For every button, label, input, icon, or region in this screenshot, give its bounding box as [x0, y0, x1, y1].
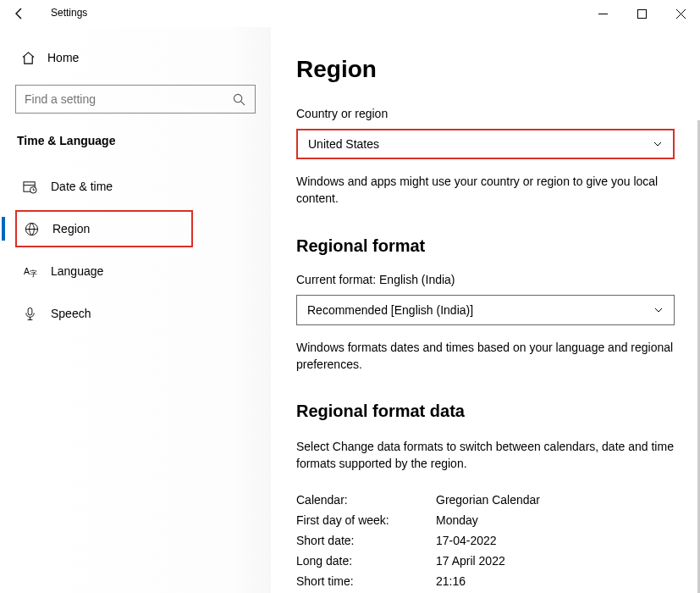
maximize-icon — [637, 9, 647, 19]
search-input[interactable] — [25, 92, 231, 106]
main-content: Region Country or region United States W… — [271, 27, 700, 593]
regional-format-heading: Regional format — [296, 236, 675, 256]
svg-rect-1 — [637, 9, 646, 18]
row-shorttime: Short time:21:16 — [296, 574, 675, 588]
svg-point-2 — [234, 94, 241, 102]
row-value: Monday — [436, 513, 478, 527]
sidebar-item-region[interactable]: Region — [15, 210, 193, 247]
svg-line-3 — [240, 101, 244, 104]
format-select[interactable]: Recommended [English (India)] — [296, 295, 675, 325]
sidebar: Home Time & Language Date & time Reg — [0, 27, 271, 593]
sidebar-item-language[interactable]: A字 Language — [15, 252, 256, 290]
titlebar: Settings — [0, 0, 700, 27]
row-calendar: Calendar:Gregorian Calendar — [296, 493, 675, 507]
sidebar-item-label: Language — [51, 264, 103, 278]
home-icon — [20, 50, 36, 65]
language-icon: A字 — [22, 263, 37, 279]
chevron-down-icon — [653, 139, 663, 149]
app-title: Settings — [51, 7, 87, 19]
maximize-button[interactable] — [622, 0, 661, 27]
row-value: Gregorian Calendar — [436, 493, 540, 507]
country-value: United States — [308, 137, 379, 151]
format-helper: Windows formats dates and times based on… — [296, 339, 675, 374]
sidebar-item-label: Speech — [51, 307, 91, 320]
row-key: Long date: — [296, 554, 436, 568]
row-value: 21:16 — [436, 574, 466, 588]
country-helper: Windows and apps might use your country … — [296, 173, 675, 208]
svg-text:字: 字 — [29, 269, 36, 278]
row-value: 17 April 2022 — [436, 554, 505, 568]
regional-data-helper: Select Change data formats to switch bet… — [296, 438, 675, 473]
country-select[interactable]: United States — [296, 129, 675, 159]
current-format-label: Current format: English (India) — [296, 273, 675, 286]
sidebar-item-date-time[interactable]: Date & time — [15, 168, 256, 205]
row-key: First day of week: — [296, 513, 436, 527]
row-key: Calendar: — [296, 493, 436, 507]
minimize-button[interactable] — [583, 0, 622, 27]
country-label: Country or region — [296, 107, 675, 120]
sidebar-item-speech[interactable]: Speech — [15, 295, 256, 332]
close-icon — [676, 9, 686, 19]
row-shortdate: Short date:17-04-2022 — [296, 534, 675, 547]
regional-data-heading: Regional format data — [296, 402, 675, 421]
row-longdate: Long date:17 April 2022 — [296, 554, 675, 568]
search-box[interactable] — [15, 85, 256, 114]
search-icon — [231, 91, 246, 107]
minimize-icon — [598, 9, 608, 19]
microphone-icon — [22, 306, 37, 321]
close-button[interactable] — [661, 0, 700, 27]
page-title: Region — [296, 56, 675, 83]
sidebar-item-label: Region — [52, 222, 90, 236]
svg-rect-10 — [28, 308, 32, 315]
home-nav[interactable]: Home — [15, 42, 256, 73]
format-value: Recommended [English (India)] — [307, 303, 473, 317]
row-firstday: First day of week:Monday — [296, 513, 675, 527]
globe-icon — [24, 221, 39, 236]
back-button[interactable] — [12, 6, 27, 21]
section-title: Time & Language — [15, 134, 256, 147]
row-key: Short date: — [296, 534, 436, 547]
chevron-down-icon — [653, 305, 664, 315]
home-label: Home — [47, 51, 79, 64]
sidebar-item-label: Date & time — [51, 180, 113, 193]
row-key: Short time: — [296, 574, 436, 588]
arrow-left-icon — [13, 7, 26, 20]
calendar-clock-icon — [22, 179, 37, 194]
row-value: 17-04-2022 — [436, 534, 497, 547]
